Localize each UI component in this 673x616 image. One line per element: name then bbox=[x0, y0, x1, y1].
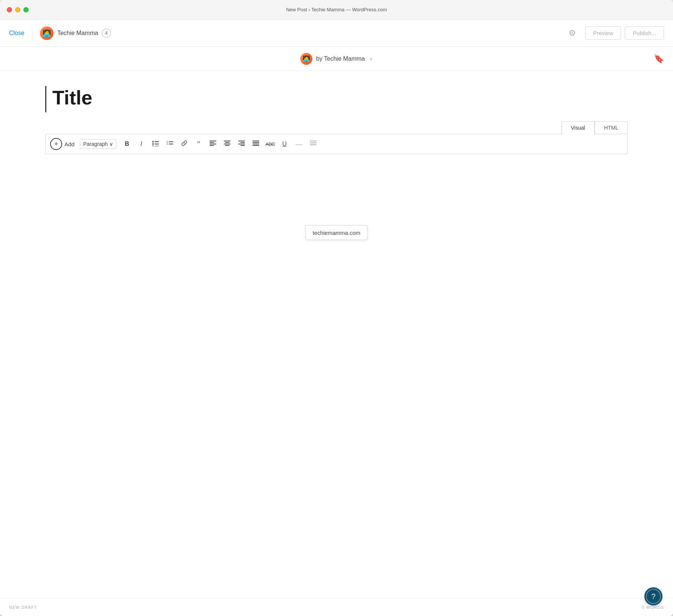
bold-button[interactable]: B bbox=[120, 137, 134, 151]
svg-rect-28 bbox=[310, 144, 317, 145]
svg-rect-24 bbox=[252, 144, 259, 144]
svg-rect-15 bbox=[225, 142, 229, 143]
blockquote-button[interactable]: " bbox=[192, 137, 205, 151]
underline-button[interactable]: U bbox=[278, 137, 291, 151]
hr-icon: — bbox=[295, 140, 302, 148]
svg-rect-16 bbox=[224, 144, 231, 144]
post-title-input[interactable]: Title bbox=[45, 86, 628, 112]
paragraph-label: Paragraph bbox=[83, 141, 108, 147]
notifications-badge[interactable]: 4 bbox=[102, 29, 111, 38]
html-tab[interactable]: HTML bbox=[595, 121, 628, 134]
justify-button[interactable] bbox=[249, 137, 263, 151]
chevron-down-icon: ∨ bbox=[109, 141, 113, 147]
block-type-selector[interactable]: Paragraph ∨ bbox=[80, 139, 116, 149]
link-icon bbox=[181, 140, 188, 148]
blockquote-icon: " bbox=[197, 140, 200, 148]
svg-rect-20 bbox=[238, 144, 245, 144]
svg-rect-9 bbox=[169, 144, 173, 144]
svg-rect-27 bbox=[310, 143, 317, 143]
svg-rect-23 bbox=[252, 142, 259, 143]
svg-rect-14 bbox=[224, 141, 231, 141]
link-button[interactable] bbox=[177, 137, 191, 151]
svg-rect-10 bbox=[210, 141, 216, 141]
svg-rect-26 bbox=[310, 141, 317, 141]
align-center-icon bbox=[224, 141, 231, 147]
more-icon bbox=[310, 141, 317, 147]
maximize-window-button[interactable] bbox=[23, 7, 29, 12]
sub-header: 🧑‍💻 by Techie Mamma ∨ 🔖 bbox=[0, 47, 673, 71]
strikethrough-icon: ABC bbox=[265, 141, 275, 147]
traffic-lights bbox=[7, 7, 29, 12]
editor-mode-tabs: Visual HTML bbox=[45, 121, 628, 134]
site-selector[interactable]: 🧑‍💻 Techie Mamma 4 bbox=[40, 26, 111, 40]
bookmark-icon[interactable]: 🔖 bbox=[654, 54, 664, 64]
svg-rect-12 bbox=[210, 144, 216, 144]
window-title: New Post ‹ Techie Mamma — WordPress.com bbox=[286, 7, 387, 12]
svg-rect-17 bbox=[225, 145, 229, 146]
unordered-list-button[interactable] bbox=[149, 137, 162, 151]
author-avatar: 🧑‍💻 bbox=[300, 53, 312, 65]
settings-button[interactable]: ⚙ bbox=[566, 26, 579, 40]
url-tooltip: techiemamma.com bbox=[306, 225, 368, 240]
more-options-button[interactable] bbox=[306, 137, 320, 151]
svg-rect-7 bbox=[169, 141, 173, 142]
minimize-window-button[interactable] bbox=[15, 7, 20, 12]
help-icon: ? bbox=[646, 589, 661, 604]
svg-rect-18 bbox=[238, 141, 245, 141]
author-label: by Techie Mamma bbox=[316, 55, 365, 62]
bottom-bar: NEW DRAFT 0 WORDS bbox=[0, 598, 673, 616]
author-selector[interactable]: 🧑‍💻 by Techie Mamma ∨ bbox=[300, 53, 373, 65]
svg-text:2.: 2. bbox=[167, 143, 169, 145]
ul-icon bbox=[152, 140, 159, 148]
underline-icon: U bbox=[282, 141, 287, 147]
site-name: Techie Mamma bbox=[57, 30, 98, 37]
svg-point-2 bbox=[152, 143, 154, 145]
nav-divider bbox=[32, 26, 32, 40]
ordered-list-button[interactable]: 1. 2. bbox=[163, 137, 177, 151]
svg-rect-25 bbox=[252, 145, 259, 146]
svg-point-0 bbox=[152, 141, 154, 143]
help-button[interactable]: ? bbox=[644, 587, 662, 605]
draft-status: NEW DRAFT bbox=[9, 605, 37, 610]
add-label[interactable]: Add bbox=[64, 141, 75, 147]
format-toolbar: + Add Paragraph ∨ B I bbox=[45, 134, 628, 154]
preview-button[interactable]: Preview bbox=[585, 26, 621, 40]
title-wrapper: Title bbox=[45, 71, 628, 121]
chevron-down-icon: ∨ bbox=[369, 56, 373, 61]
content-body[interactable]: techiemamma.com bbox=[45, 157, 628, 308]
justify-icon bbox=[252, 141, 259, 147]
svg-rect-13 bbox=[210, 145, 214, 146]
word-count: 0 WORDS bbox=[642, 605, 664, 610]
align-right-icon bbox=[238, 141, 245, 147]
align-left-button[interactable] bbox=[206, 137, 220, 151]
svg-point-4 bbox=[152, 146, 154, 146]
svg-rect-3 bbox=[154, 144, 159, 144]
ol-icon: 1. 2. bbox=[167, 140, 173, 148]
bold-icon: B bbox=[125, 141, 129, 147]
editor-area: Title Visual HTML + Add Paragraph ∨ B bbox=[0, 71, 673, 598]
italic-button[interactable]: I bbox=[135, 137, 148, 151]
align-center-button[interactable] bbox=[220, 137, 234, 151]
nav-bar: Close 🧑‍💻 Techie Mamma 4 ⚙ Preview Publi… bbox=[0, 20, 673, 47]
svg-rect-1 bbox=[154, 141, 159, 142]
svg-rect-22 bbox=[252, 141, 259, 141]
svg-rect-5 bbox=[154, 146, 159, 146]
italic-icon: I bbox=[141, 141, 142, 147]
publish-button[interactable]: Publish... bbox=[625, 26, 664, 40]
site-avatar: 🧑‍💻 bbox=[40, 26, 54, 40]
horizontal-rule-button[interactable]: — bbox=[292, 137, 306, 151]
svg-rect-21 bbox=[240, 145, 245, 146]
align-left-icon bbox=[210, 141, 216, 147]
visual-tab[interactable]: Visual bbox=[561, 121, 595, 134]
add-block-button[interactable]: + bbox=[50, 138, 62, 150]
title-bar: New Post ‹ Techie Mamma — WordPress.com bbox=[0, 0, 673, 20]
gear-icon: ⚙ bbox=[569, 28, 576, 38]
align-right-button[interactable] bbox=[235, 137, 248, 151]
close-button[interactable]: Close bbox=[9, 30, 24, 37]
svg-rect-11 bbox=[210, 142, 214, 143]
toolbar-area: Visual HTML + Add Paragraph ∨ B I bbox=[45, 121, 628, 154]
close-window-button[interactable] bbox=[7, 7, 12, 12]
strikethrough-button[interactable]: ABC bbox=[263, 137, 277, 151]
svg-rect-19 bbox=[240, 142, 245, 143]
